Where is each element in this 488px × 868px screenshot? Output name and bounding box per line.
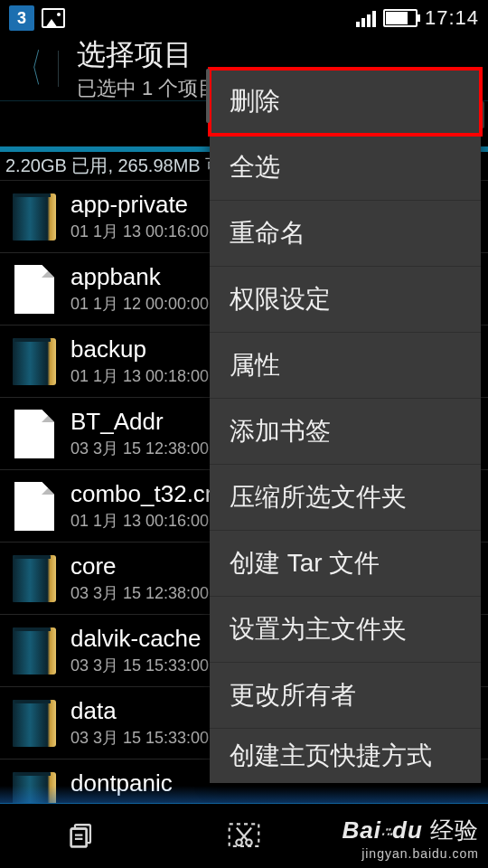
folder-icon [13, 700, 56, 747]
menu-item[interactable]: 创建 Tar 文件 [210, 531, 481, 597]
file-icon [14, 265, 54, 314]
menu-item[interactable]: 权限设定 [210, 267, 481, 333]
signal-icon [356, 9, 376, 27]
menu-item[interactable]: 压缩所选文件夹 [210, 465, 481, 531]
file-timestamp: 03 3月 15 12:38:00 0 [70, 438, 222, 459]
folder-icon [13, 338, 56, 385]
menu-item[interactable]: 删除 [210, 69, 481, 135]
file-name: app-private [70, 191, 209, 219]
file-timestamp: 03 3月 15 15:33:00 [70, 727, 209, 749]
file-timestamp: 01 1月 12 00:00:00 0 [70, 293, 222, 315]
menu-item[interactable]: 更改所有者 [210, 663, 481, 729]
svg-point-6 [236, 839, 242, 845]
file-icon [14, 410, 54, 458]
file-name: dalvik-cache [70, 625, 209, 653]
watermark-text: 经验 [430, 816, 479, 844]
file-timestamp: 03 3月 15 12:38:00 [70, 582, 209, 604]
watermark-text: du [392, 816, 423, 844]
status-bar: 3 17:14 [0, 0, 488, 36]
menu-item[interactable]: 创建主页快捷方式 [210, 729, 481, 783]
menu-item[interactable]: 全选 [210, 135, 481, 201]
file-name: backup [70, 335, 209, 363]
svg-point-7 [246, 839, 252, 845]
folder-icon [13, 193, 56, 241]
folder-icon [13, 555, 56, 602]
watermark: Bai∴∵du 经验 jingyan.baidu.com [343, 815, 479, 861]
storage-used: 2.20GB 已用, [5, 154, 113, 178]
page-title: 选择项目 [77, 35, 218, 75]
paw-icon: ∴∵ [381, 825, 392, 839]
cut-button[interactable] [226, 818, 262, 854]
file-name: core [70, 552, 209, 580]
file-timestamp: 03 3月 15 15:33:00 [70, 655, 209, 676]
picture-icon [42, 8, 65, 28]
file-name: BT_Addr [70, 408, 222, 436]
menu-item[interactable]: 重命名 [210, 201, 481, 267]
context-menu: 删除全选重命名权限设定属性添加书签压缩所选文件夹创建 Tar 文件设置为主文件夹… [210, 69, 481, 783]
battery-icon [383, 9, 418, 27]
svg-rect-1 [71, 828, 87, 846]
divider [58, 51, 59, 87]
menu-item[interactable]: 设置为主文件夹 [210, 597, 481, 663]
chevron-left-icon: 〈 [20, 42, 42, 95]
menu-item[interactable]: 属性 [210, 333, 481, 399]
watermark-url: jingyan.baidu.com [343, 846, 479, 861]
watermark-text: Bai [343, 816, 381, 844]
file-name: dontpanic [70, 769, 209, 797]
file-name: data [70, 697, 209, 725]
file-name: appbank [70, 263, 222, 291]
file-icon [14, 482, 54, 531]
file-timestamp: 01 1月 13 00:16:00 [70, 221, 209, 242]
back-button[interactable]: 〈 [13, 47, 49, 90]
folder-icon [13, 627, 56, 675]
page-subtitle: 已选中 1 个项目 [77, 75, 218, 102]
notification-badge: 3 [9, 5, 34, 31]
clock: 17:14 [425, 6, 479, 30]
menu-scrollbar[interactable] [206, 69, 210, 123]
copy-button[interactable] [63, 818, 99, 854]
file-timestamp: 01 1月 13 00:18:00 [70, 365, 209, 387]
menu-item[interactable]: 添加书签 [210, 399, 481, 465]
